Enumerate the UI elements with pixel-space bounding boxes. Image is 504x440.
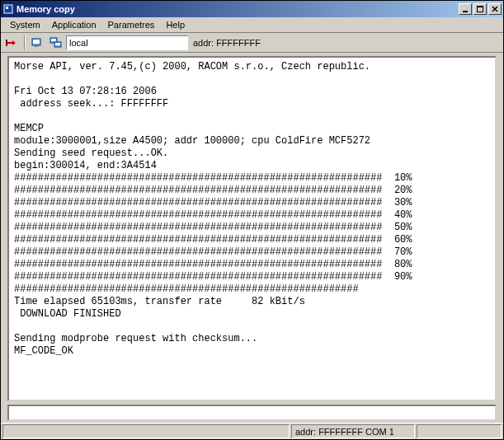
progress-60: ########################################… [14, 234, 412, 246]
terminal-area: Morse API, ver. 7.45,(c) 2000, RACOM s.r… [1, 53, 503, 423]
terminal-seed: Sending seed request...OK. [14, 147, 168, 159]
statusbar: addr: FFFFFFFF COM 1 [1, 423, 503, 439]
progress-80: ########################################… [14, 259, 412, 270]
terminal-modprobe: Sending modprobe request with checksum..… [14, 333, 257, 344]
svg-rect-12 [55, 43, 60, 45]
terminal-done: DOWNLOAD FINISHED [14, 308, 121, 320]
svg-rect-4 [477, 6, 483, 7]
menu-help[interactable]: Help [160, 18, 191, 31]
app-window: Memory copy System Application Parametre… [0, 0, 504, 440]
status-pane-right [417, 424, 502, 438]
svg-rect-7 [33, 40, 40, 44]
terminal-module: module:3000001,size A4500; addr 100000; … [14, 135, 370, 147]
minimize-button[interactable] [459, 3, 472, 15]
titlebar[interactable]: Memory copy [1, 1, 503, 17]
terminal-output[interactable]: Morse API, ver. 7.45,(c) 2000, RACOM s.r… [7, 56, 497, 401]
menu-parametres[interactable]: Parametres [102, 18, 161, 31]
progress-20: ########################################… [14, 185, 412, 196]
terminal-memcp: MEMCP [14, 123, 44, 134]
progress-70: ########################################… [14, 246, 412, 258]
addr-label: addr: FFFFFFFF [193, 38, 261, 48]
terminal-mfcode: MF_CODE_OK [14, 345, 73, 357]
terminal-header: Morse API, ver. 7.45,(c) 2000, RACOM s.r… [14, 61, 370, 73]
progress-50: ########################################… [14, 222, 412, 233]
svg-rect-11 [51, 39, 56, 41]
progress-30: ########################################… [14, 197, 412, 208]
progress-90: ########################################… [14, 271, 412, 283]
disconnect-button[interactable] [2, 35, 21, 51]
svg-rect-2 [463, 11, 468, 12]
menu-application[interactable]: Application [46, 18, 102, 31]
terminal-addr-seek: address seek...: FFFFFFFF [14, 98, 168, 110]
command-input[interactable] [7, 405, 497, 421]
host-input[interactable] [66, 35, 188, 50]
terminal-timestamp: Fri Oct 13 07:28:16 2006 [14, 86, 157, 97]
close-button[interactable] [488, 3, 502, 15]
progress-10: ########################################… [14, 172, 412, 184]
svg-rect-5 [6, 40, 7, 46]
terminal-time: Time elapsed 65103ms, transfer rate 82 k… [14, 296, 305, 307]
host-button-1[interactable] [28, 35, 46, 51]
status-pane-left [2, 424, 290, 438]
toolbar-separator [24, 35, 26, 50]
window-title: Memory copy [16, 4, 457, 14]
svg-rect-1 [6, 7, 8, 9]
app-icon [2, 3, 14, 15]
terminal-beginend: begin:300014, end:3A4514 [14, 160, 157, 171]
menubar: System Application Parametres Help [1, 17, 503, 33]
toolbar: addr: FFFFFFFF [1, 33, 503, 53]
status-pane-addr: addr: FFFFFFFF COM 1 [291, 424, 415, 438]
menu-system[interactable]: System [4, 18, 46, 31]
progress-40: ########################################… [14, 209, 412, 221]
window-controls [457, 3, 502, 15]
maximize-button[interactable] [473, 3, 487, 15]
progress-final: ########################################… [14, 283, 359, 295]
host-button-2[interactable] [47, 35, 65, 51]
svg-rect-8 [35, 45, 38, 47]
